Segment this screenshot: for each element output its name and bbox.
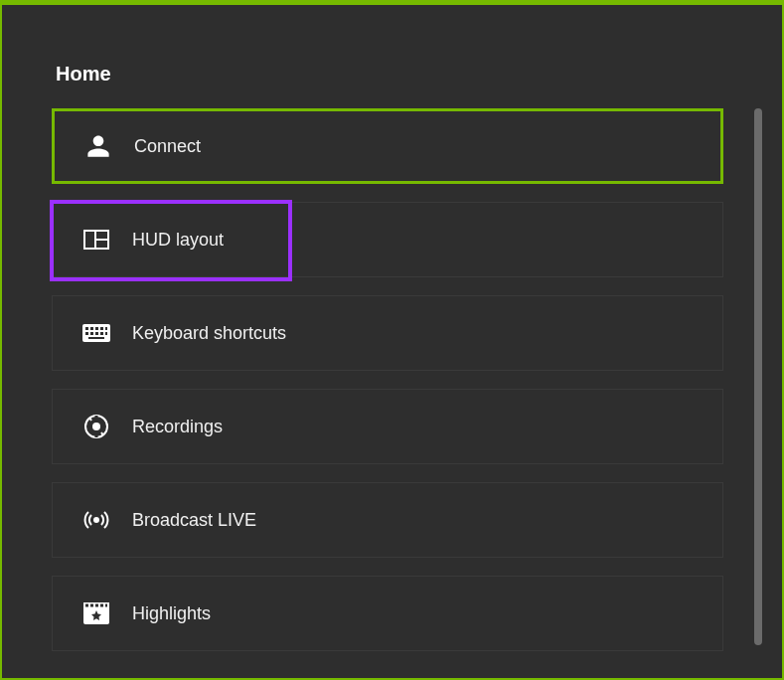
svg-rect-15 (88, 337, 104, 339)
menu-item-connect[interactable]: Connect (52, 108, 723, 184)
svg-rect-6 (90, 327, 93, 330)
layout-icon (82, 226, 110, 254)
page-title: Home (56, 63, 111, 85)
svg-rect-22 (90, 604, 93, 607)
menu-item-highlights[interactable]: Highlights (52, 576, 723, 651)
svg-rect-25 (105, 604, 107, 607)
menu-item-recordings[interactable]: Recordings (52, 389, 723, 464)
broadcast-icon (82, 506, 110, 534)
user-icon (84, 132, 112, 160)
menu-item-label: Recordings (132, 417, 223, 437)
menu-item-hud-layout[interactable]: HUD layout (52, 202, 723, 277)
svg-rect-7 (95, 327, 98, 330)
highlights-icon (82, 599, 110, 627)
menu-item-label: Keyboard shortcuts (132, 323, 286, 344)
menu-item-broadcast-live[interactable]: Broadcast LIVE (52, 482, 723, 558)
svg-rect-8 (100, 327, 103, 330)
record-icon (82, 413, 110, 440)
svg-rect-2 (96, 232, 107, 239)
scrollbar[interactable] (754, 108, 762, 655)
svg-point-17 (92, 423, 100, 430)
svg-point-18 (93, 517, 99, 523)
svg-rect-24 (100, 604, 103, 607)
svg-rect-13 (100, 332, 103, 335)
svg-rect-9 (105, 327, 107, 330)
svg-rect-23 (95, 604, 98, 607)
menu-item-label: Broadcast LIVE (132, 510, 256, 531)
menu-item-label: Highlights (132, 603, 211, 624)
svg-rect-1 (85, 232, 94, 248)
svg-rect-21 (85, 604, 88, 607)
svg-rect-5 (85, 327, 88, 330)
menu-item-keyboard-shortcuts[interactable]: Keyboard shortcuts (52, 295, 723, 371)
svg-rect-11 (90, 332, 93, 335)
menu-list: Connect HUD layout (52, 108, 723, 665)
menu-item-label: HUD layout (132, 230, 224, 251)
svg-rect-3 (96, 241, 107, 248)
svg-rect-14 (105, 332, 107, 335)
keyboard-icon (82, 319, 110, 347)
scrollbar-thumb[interactable] (754, 108, 762, 645)
svg-rect-10 (85, 332, 88, 335)
svg-rect-12 (95, 332, 98, 335)
menu-item-label: Connect (134, 136, 201, 157)
